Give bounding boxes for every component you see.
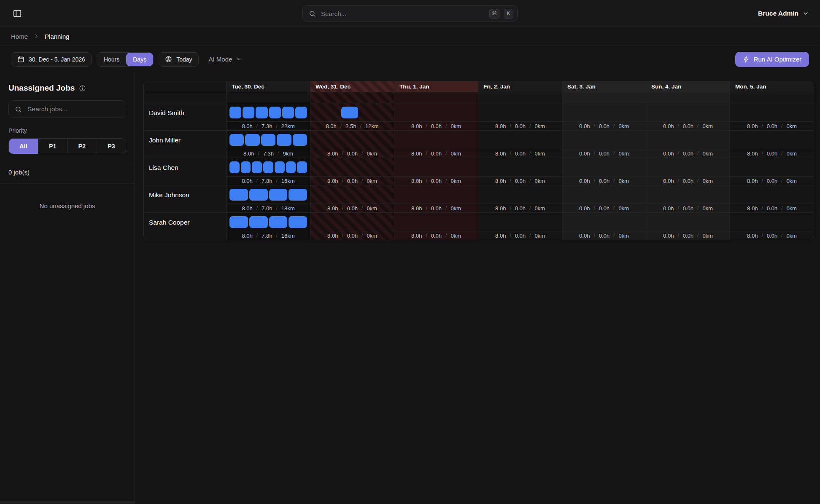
day-cell[interactable]: 8.0h/0.0h/0km — [394, 103, 478, 130]
jobs-search-input[interactable] — [27, 105, 120, 113]
jobs-search[interactable] — [8, 100, 126, 118]
job-block[interactable] — [286, 161, 296, 173]
sidebar-toggle-button[interactable] — [11, 7, 24, 20]
day-cell[interactable]: 8.0h/0.0h/0km — [730, 185, 814, 212]
stat-value: 0km — [618, 150, 629, 157]
day-cell[interactable]: 8.0h/0.0h/0km — [310, 212, 394, 240]
day-cell[interactable]: 0.0h/0.0h/0km — [562, 130, 646, 158]
day-cell[interactable]: 8.0h/0.0h/0km — [478, 158, 562, 185]
stat-value: 0.0h — [579, 150, 590, 157]
job-block[interactable] — [229, 134, 244, 146]
job-block[interactable] — [229, 216, 248, 228]
day-stats: 0.0h/0.0h/0km — [646, 176, 730, 185]
job-block[interactable] — [263, 161, 273, 173]
job-block[interactable] — [277, 134, 291, 146]
stat-value: 12km — [365, 123, 379, 129]
day-cell[interactable]: 0.0h/0.0h/0km — [562, 103, 646, 130]
day-cell[interactable]: 8.0h/0.0h/0km — [730, 130, 814, 158]
user-menu[interactable]: Bruce Admin — [758, 10, 809, 17]
day-cell[interactable]: 8.0h/0.0h/0km — [730, 103, 814, 130]
date-range-button[interactable]: 30. Dec - 5. Jan 2026 — [11, 52, 92, 67]
job-block[interactable] — [295, 107, 307, 118]
job-block[interactable] — [269, 216, 288, 228]
spacer-cell — [310, 92, 394, 103]
day-cell[interactable]: 0.0h/0.0h/0km — [646, 130, 730, 158]
day-cell[interactable]: 8.0h/0.0h/0km — [310, 158, 394, 185]
day-cell[interactable]: 8.0h/7.0h/18km — [226, 185, 310, 212]
job-block[interactable] — [289, 189, 307, 201]
job-block[interactable] — [256, 107, 267, 118]
job-block[interactable] — [341, 107, 358, 118]
stat-value: 8.0h — [411, 205, 422, 212]
day-cell[interactable]: 0.0h/0.0h/0km — [562, 185, 646, 212]
job-block[interactable] — [275, 161, 285, 173]
stat-value: 0.0h — [767, 233, 777, 239]
day-cell[interactable]: 8.0h/0.0h/0km — [310, 130, 394, 158]
day-cell[interactable]: 8.0h/0.0h/0km — [310, 185, 394, 212]
job-block[interactable] — [229, 161, 240, 173]
panel-left-icon — [13, 9, 22, 18]
today-button[interactable]: Today — [159, 52, 198, 67]
job-block[interactable] — [289, 216, 307, 228]
day-cell[interactable]: 8.0h/2.5h/12km — [310, 103, 394, 130]
day-cell[interactable]: 8.0h/0.0h/0km — [394, 212, 478, 240]
job-block[interactable] — [252, 161, 262, 173]
day-cell[interactable]: 8.0h/0.0h/0km — [394, 158, 478, 185]
job-block[interactable] — [297, 161, 307, 173]
view-hours-button[interactable]: Hours — [97, 53, 126, 66]
day-cell[interactable]: 0.0h/0.0h/0km — [646, 158, 730, 185]
priority-all-button[interactable]: All — [9, 139, 38, 154]
day-cell[interactable]: 0.0h/0.0h/0km — [646, 103, 730, 130]
run-ai-optimizer-button[interactable]: Run AI Optimizer — [735, 52, 809, 67]
day-header: Sun, 4. Jan — [646, 81, 730, 92]
day-cell[interactable]: 8.0h/0.0h/0km — [478, 185, 562, 212]
stats-separator: / — [276, 205, 277, 211]
job-block[interactable] — [269, 107, 281, 118]
day-cell[interactable]: 8.0h/0.0h/0km — [478, 130, 562, 158]
job-blocks — [310, 213, 394, 231]
schedule-area: Tue, 30. DecWed, 31. DecThu, 1. JanFri, … — [135, 72, 820, 504]
search-input[interactable] — [320, 10, 485, 18]
job-block[interactable] — [249, 216, 268, 228]
day-cell[interactable]: 8.0h/0.0h/0km — [478, 103, 562, 130]
day-cell[interactable]: 8.0h/0.0h/0km — [478, 212, 562, 240]
view-days-button[interactable]: Days — [126, 53, 153, 66]
job-block[interactable] — [269, 189, 288, 201]
job-block[interactable] — [282, 107, 294, 118]
stat-value: 0.0h — [683, 123, 693, 129]
day-cell[interactable]: 0.0h/0.0h/0km — [646, 212, 730, 240]
job-block[interactable] — [243, 107, 254, 118]
day-cell[interactable]: 8.0h/0.0h/0km — [394, 185, 478, 212]
priority-p2-button[interactable]: P2 — [67, 139, 97, 154]
priority-p1-button[interactable]: P1 — [38, 139, 67, 154]
day-cell[interactable]: 8.0h/7.8h/16km — [226, 212, 310, 240]
day-cell[interactable]: 8.0h/7.8h/16km — [226, 158, 310, 185]
stat-value: 8.0h — [242, 123, 252, 129]
job-block[interactable] — [229, 189, 248, 201]
day-cell[interactable]: 8.0h/7.3h/22km — [226, 103, 310, 130]
breadcrumb-home[interactable]: Home — [11, 33, 28, 40]
day-cell[interactable]: 0.0h/0.0h/0km — [646, 185, 730, 212]
job-block[interactable] — [249, 189, 268, 201]
ai-mode-dropdown[interactable]: AI Mode — [206, 55, 245, 63]
stat-value: 0.0h — [347, 150, 358, 157]
info-icon[interactable] — [79, 85, 86, 92]
job-block[interactable] — [245, 134, 259, 146]
global-search[interactable]: ⌘ K — [302, 5, 518, 21]
day-cell[interactable]: 8.0h/0.0h/0km — [730, 158, 814, 185]
day-cell[interactable]: 0.0h/0.0h/0km — [562, 212, 646, 240]
day-cell[interactable]: 0.0h/0.0h/0km — [562, 158, 646, 185]
stat-value: 0km — [534, 123, 545, 129]
stats-separator: / — [613, 178, 615, 184]
day-cell[interactable]: 8.0h/0.0h/0km — [394, 130, 478, 158]
day-cell[interactable]: 8.0h/7.3h/9km — [226, 130, 310, 158]
job-block[interactable] — [261, 134, 275, 146]
day-cell[interactable]: 8.0h/0.0h/0km — [730, 212, 814, 240]
job-blocks — [227, 103, 310, 121]
job-block[interactable] — [293, 134, 307, 146]
stats-separator: / — [510, 123, 511, 129]
job-block[interactable] — [229, 107, 241, 118]
stats-separator: / — [781, 123, 782, 129]
priority-p3-button[interactable]: P3 — [97, 139, 126, 154]
job-block[interactable] — [241, 161, 251, 173]
